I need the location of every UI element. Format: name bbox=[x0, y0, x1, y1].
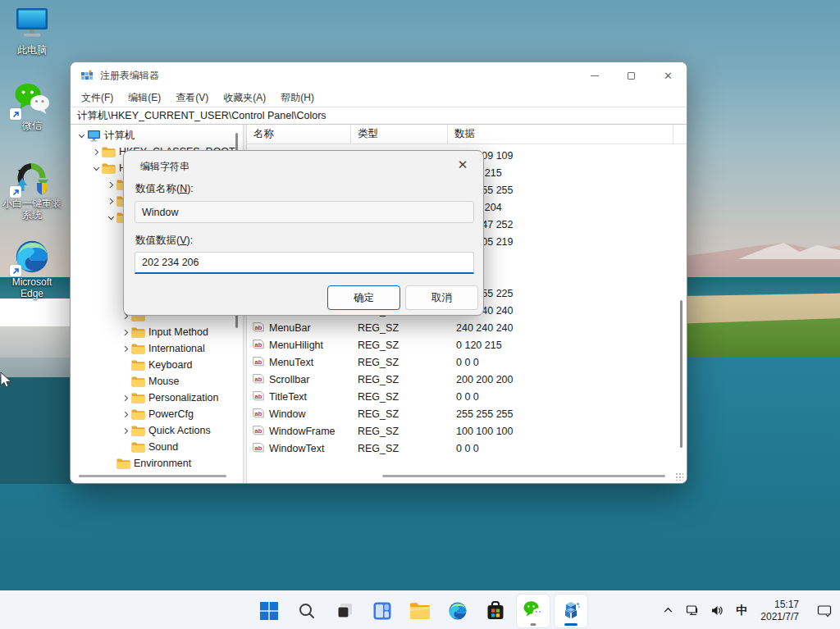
svg-text:ab: ab bbox=[255, 375, 262, 382]
taskbar-task-view-button[interactable] bbox=[328, 595, 361, 627]
tree-item-label: Keyboard bbox=[148, 359, 193, 371]
ime-indicator[interactable]: 中 bbox=[731, 596, 752, 626]
tree-item-environment[interactable]: Environment bbox=[71, 455, 243, 472]
value-row-menubar[interactable]: abMenuBarREG_SZ240 240 240 bbox=[247, 319, 675, 336]
running-indicator bbox=[564, 623, 578, 626]
value-name-field[interactable]: Window bbox=[135, 201, 474, 223]
xiaobai-icon bbox=[13, 160, 51, 196]
ok-button[interactable]: 确定 bbox=[327, 285, 400, 310]
value-name: TitleText bbox=[269, 391, 307, 403]
list-vertical-scrollbar[interactable] bbox=[680, 300, 682, 448]
tree-item-mouse[interactable]: Mouse bbox=[71, 373, 243, 390]
notification-center-icon[interactable] bbox=[814, 596, 835, 626]
chevron-right-icon[interactable] bbox=[120, 326, 131, 338]
taskbar-wechat-button[interactable] bbox=[517, 595, 550, 627]
string-value-icon: ab bbox=[252, 408, 265, 421]
title-bar[interactable]: 注册表编辑器 ✕ bbox=[71, 62, 687, 89]
chevron-right-icon[interactable] bbox=[90, 146, 102, 157]
tree-item-personalization[interactable]: Personalization bbox=[71, 390, 243, 406]
tree-item-international[interactable]: International bbox=[71, 340, 243, 357]
chevron-right-icon[interactable] bbox=[105, 179, 116, 190]
value-type: REG_SZ bbox=[351, 357, 448, 368]
chevron-right-icon[interactable] bbox=[120, 392, 131, 403]
menu-item-2[interactable]: 查看(V) bbox=[168, 89, 216, 107]
tree-item-label: Personalization bbox=[148, 392, 218, 403]
tree-horizontal-scrollbar[interactable] bbox=[79, 475, 226, 477]
menu-item-4[interactable]: 帮助(H) bbox=[273, 89, 322, 107]
column-header-name[interactable]: 名称 bbox=[247, 125, 351, 144]
maximize-button[interactable] bbox=[613, 62, 650, 89]
string-value-icon: ab bbox=[252, 321, 265, 335]
search-icon bbox=[298, 602, 316, 620]
tree-item-powercfg[interactable]: PowerCfg bbox=[71, 406, 243, 422]
tree-item-计算机[interactable]: 计算机 bbox=[71, 127, 243, 144]
desktop-icon-label: 此电脑 bbox=[0, 44, 64, 56]
tree-item-label: 计算机 bbox=[104, 129, 135, 143]
desktop-icon-this-pc[interactable]: 此电脑 bbox=[0, 7, 64, 56]
this-pc-icon bbox=[13, 7, 51, 43]
folder-icon bbox=[131, 408, 145, 421]
running-indicator bbox=[531, 623, 536, 626]
list-horizontal-scrollbar[interactable] bbox=[382, 475, 665, 477]
chevron-down-icon[interactable] bbox=[75, 130, 87, 141]
minimize-button[interactable] bbox=[576, 62, 613, 89]
value-row-titletext[interactable]: abTitleTextREG_SZ0 0 0 bbox=[247, 388, 675, 405]
task-view-icon bbox=[336, 601, 354, 620]
tree-item-sound[interactable]: Sound bbox=[71, 439, 243, 455]
desktop-icon-wechat[interactable]: 微信 bbox=[0, 82, 64, 131]
svg-text:ab: ab bbox=[255, 444, 262, 451]
taskbar-file-explorer-button[interactable] bbox=[404, 595, 436, 627]
chevron-right-icon[interactable] bbox=[105, 195, 116, 207]
menu-item-0[interactable]: 文件(F) bbox=[74, 89, 121, 107]
tree-item-quick-actions[interactable]: Quick Actions bbox=[71, 422, 243, 439]
taskbar-search-button[interactable] bbox=[290, 595, 323, 627]
tree-item-input-method[interactable]: Input Method bbox=[71, 324, 243, 340]
tree-item-keyboard[interactable]: Keyboard bbox=[71, 357, 243, 373]
desktop-icon-edge[interactable]: Microsoft Edge bbox=[0, 239, 64, 299]
column-header-data[interactable]: 数据 bbox=[448, 125, 673, 144]
chevron-right-icon[interactable] bbox=[120, 408, 131, 420]
no-chevron bbox=[120, 376, 131, 387]
chevron-right-icon[interactable] bbox=[120, 343, 131, 354]
menu-item-3[interactable]: 收藏夹(A) bbox=[216, 89, 273, 107]
taskbar-clock[interactable]: 15:17 2021/7/7 bbox=[756, 599, 804, 623]
resize-grip[interactable] bbox=[675, 472, 683, 481]
chevron-right-icon[interactable] bbox=[120, 425, 131, 436]
regedit-app-icon bbox=[80, 70, 94, 83]
address-bar[interactable]: 计算机\HKEY_CURRENT_USER\Control Panel\Colo… bbox=[71, 107, 687, 125]
string-value-icon: ab bbox=[252, 425, 265, 438]
taskbar-widgets-button[interactable] bbox=[366, 595, 399, 627]
value-row-windowframe[interactable]: abWindowFrameREG_SZ100 100 100 bbox=[247, 422, 675, 440]
value-name-label: 数值名称(N): bbox=[135, 182, 194, 196]
tray-chevron-up-icon[interactable] bbox=[657, 596, 678, 626]
desktop-icon-label: 微信 bbox=[0, 120, 64, 131]
taskbar-regedit-button[interactable] bbox=[555, 595, 587, 627]
wechat-icon bbox=[523, 600, 545, 621]
dialog-close-icon[interactable]: ✕ bbox=[450, 154, 475, 175]
desktop-icon-label: 小白一键重装系统 bbox=[0, 198, 64, 221]
chevron-down-icon[interactable] bbox=[105, 212, 116, 223]
value-row-windowtext[interactable]: abWindowTextREG_SZ0 0 0 bbox=[247, 440, 675, 457]
cancel-button[interactable]: 取消 bbox=[405, 285, 478, 310]
column-header-type[interactable]: 类型 bbox=[351, 125, 448, 144]
value-data-input[interactable]: 202 234 206 bbox=[135, 252, 474, 274]
taskbar-edge-button[interactable] bbox=[441, 595, 474, 627]
chevron-down-icon[interactable] bbox=[90, 162, 102, 174]
folder-icon bbox=[102, 146, 116, 158]
close-button[interactable]: ✕ bbox=[650, 62, 687, 89]
value-row-window[interactable]: abWindowREG_SZ255 255 255 bbox=[247, 405, 675, 422]
svg-text:ab: ab bbox=[255, 340, 262, 348]
value-data: 0 120 215 bbox=[448, 340, 675, 351]
value-row-menuhilight[interactable]: abMenuHilightREG_SZ0 120 215 bbox=[247, 336, 675, 353]
value-data: 0 0 0 bbox=[448, 443, 675, 454]
network-icon[interactable] bbox=[682, 596, 703, 626]
taskbar-store-button[interactable] bbox=[479, 595, 512, 627]
desktop-icon-xiaobai[interactable]: 小白一键重装系统 bbox=[0, 160, 64, 221]
tree-item-label: Environment bbox=[134, 458, 191, 469]
taskbar-start-button[interactable] bbox=[253, 595, 285, 627]
volume-icon[interactable] bbox=[706, 596, 728, 626]
shortcut-arrow-icon bbox=[10, 265, 21, 276]
value-row-menutext[interactable]: abMenuTextREG_SZ0 0 0 bbox=[247, 353, 675, 371]
value-row-scrollbar[interactable]: abScrollbarREG_SZ200 200 200 bbox=[247, 371, 675, 388]
menu-item-1[interactable]: 编辑(E) bbox=[121, 89, 168, 107]
